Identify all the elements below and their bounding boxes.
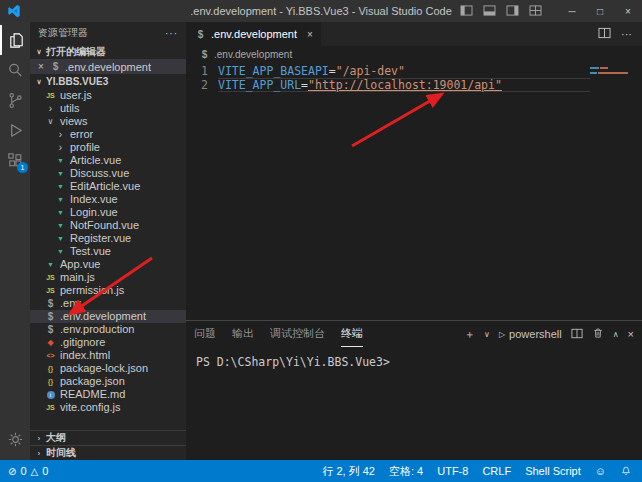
encoding[interactable]: UTF-8 (437, 465, 468, 477)
tree-item[interactable]: .gitignore (30, 336, 186, 349)
tree-item[interactable]: package.json (30, 375, 186, 388)
eol-sequence[interactable]: CRLF (482, 465, 511, 477)
tree-item[interactable]: Login.vue (30, 206, 186, 219)
code-line[interactable]: 2 VITE_APP_URL="http://localhost:19001/a… (186, 78, 642, 92)
js-icon (44, 89, 57, 102)
toggle-sidebar-icon[interactable] (460, 5, 473, 18)
shell-icon (194, 28, 207, 41)
editor-tab[interactable]: .env.development × (186, 22, 322, 46)
close-panel-icon[interactable]: × (628, 328, 634, 340)
md-icon (44, 388, 57, 401)
activity-explorer-button[interactable] (0, 25, 30, 55)
status-bar: ⊘ 0 △ 0 行 2, 列 42 空格: 4 UTF-8 CRLF Shell… (0, 460, 642, 482)
cursor-position[interactable]: 行 2, 列 42 (322, 464, 375, 479)
tree-item[interactable]: views (30, 115, 186, 128)
tree-item[interactable]: Discuss.vue (30, 167, 186, 180)
activity-run-debug-button[interactable] (0, 115, 30, 145)
feedback-smiley-icon[interactable]: ☺ (595, 465, 606, 477)
new-terminal-icon[interactable]: ＋ (464, 327, 475, 342)
tree-item[interactable]: utils (30, 102, 186, 115)
project-root-header[interactable]: ∨ YI.BBS.VUE3 (30, 74, 186, 89)
tree-item[interactable]: .env (30, 297, 186, 310)
language-mode[interactable]: Shell Script (525, 465, 581, 477)
tree-item[interactable]: package-lock.json (30, 362, 186, 375)
tree-item[interactable]: user.js (30, 89, 186, 102)
notifications-bell-icon[interactable] (620, 464, 632, 478)
terminal-profile-picker[interactable]: ▷ powershell (499, 328, 562, 340)
editor-more-actions-icon[interactable]: ··· (621, 28, 632, 40)
json-icon (44, 375, 57, 388)
split-editor-icon[interactable] (598, 27, 611, 41)
editor-area: .env.development × ··· .env.development … (186, 22, 642, 460)
tree-item[interactable]: EditArticle.vue (30, 180, 186, 193)
window-title: .env.development - Yi.BBS.Vue3 - Visual … (190, 5, 452, 17)
extensions-badge: 1 (17, 162, 28, 173)
outline-section[interactable]: › 大纲 (30, 430, 186, 445)
kill-terminal-icon[interactable] (592, 327, 604, 341)
warnings-icon[interactable]: △ (31, 466, 39, 477)
panel-tab[interactable]: 问题 (194, 321, 216, 347)
terminal-dropdown-icon[interactable]: ∨ (484, 330, 490, 339)
toggle-secondary-sidebar-icon[interactable] (506, 5, 519, 18)
vscode-logo-icon (7, 4, 21, 18)
shell-icon (198, 48, 211, 61)
json-icon (44, 362, 57, 375)
panel-tab[interactable]: 调试控制台 (270, 321, 325, 347)
file-tree: user.js utils views error profile (30, 89, 186, 414)
errors-count[interactable]: 0 (20, 465, 26, 477)
toggle-panel-icon[interactable] (483, 5, 496, 18)
tree-item[interactable]: index.html (30, 349, 186, 362)
tree-item[interactable]: permission.js (30, 284, 186, 297)
tree-item[interactable]: NotFound.vue (30, 219, 186, 232)
tree-item[interactable]: Index.vue (30, 193, 186, 206)
close-window-button[interactable]: × (614, 0, 642, 22)
maximize-panel-icon[interactable]: ∧ (613, 330, 619, 339)
tree-item[interactable]: Test.vue (30, 245, 186, 258)
activity-search-button[interactable] (0, 55, 30, 85)
close-icon[interactable]: × (36, 61, 46, 72)
title-bar: .env.development - Yi.BBS.Vue3 - Visual … (0, 0, 642, 22)
chevron-down-icon: ∨ (34, 48, 44, 56)
tree-item[interactable]: Article.vue (30, 154, 186, 167)
terminal-output[interactable]: PS D:\CSharp\Yi\Yi.BBS.Vue3> (186, 347, 642, 460)
minimap[interactable] (590, 67, 636, 77)
sidebar-title: 资源管理器 (38, 26, 88, 40)
folder-closed-icon (54, 141, 67, 154)
tree-item[interactable]: .env.development (30, 310, 186, 323)
code-line[interactable]: 1 VITE_APP_BASEAPI="/api-dev" (186, 64, 642, 78)
breadcrumb[interactable]: .env.development (186, 46, 642, 62)
tree-item[interactable]: main.js (30, 271, 186, 284)
tree-item[interactable]: profile (30, 141, 186, 154)
activity-bar: 1 (0, 22, 30, 460)
close-tab-icon[interactable]: × (307, 29, 313, 40)
errors-icon[interactable]: ⊘ (8, 466, 16, 477)
warnings-count[interactable]: 0 (42, 465, 48, 477)
split-terminal-icon[interactable] (571, 328, 583, 341)
open-editor-item[interactable]: × .env.development (30, 59, 186, 74)
maximize-button[interactable]: □ (586, 0, 614, 22)
settings-gear-icon[interactable] (0, 424, 30, 454)
tree-item[interactable]: .env.production (30, 323, 186, 336)
indentation[interactable]: 空格: 4 (389, 464, 423, 479)
timeline-section[interactable]: › 时间线 (30, 445, 186, 460)
chevron-right-icon: › (34, 450, 44, 457)
tree-item[interactable]: vite.config.js (30, 401, 186, 414)
activity-extensions-button[interactable]: 1 (0, 145, 30, 175)
customize-layout-icon[interactable] (529, 5, 542, 18)
shell-icon (49, 60, 62, 73)
tree-item[interactable]: Register.vue (30, 232, 186, 245)
open-editors-header[interactable]: ∨ 打开的编辑器 (30, 44, 186, 59)
terminal-prompt: PS D:\CSharp\Yi\Yi.BBS.Vue3> (196, 355, 390, 369)
sidebar-more-actions-icon[interactable]: ··· (165, 28, 178, 39)
panel-tab[interactable]: 终端 (341, 321, 363, 347)
tree-item[interactable]: App.vue (30, 258, 186, 271)
js-icon (44, 401, 57, 414)
code-editor[interactable]: 1 VITE_APP_BASEAPI="/api-dev" 2 VITE_APP… (186, 62, 642, 320)
activity-source-control-button[interactable] (0, 85, 30, 115)
minimize-button[interactable]: ─ (558, 0, 586, 22)
panel-tab[interactable]: 输出 (232, 321, 254, 347)
tree-item[interactable]: README.md (30, 388, 186, 401)
bottom-panel: 问题输出调试控制台终端 ＋ ∨ ▷ powershell ∧ × (186, 320, 642, 460)
panel-header: 问题输出调试控制台终端 ＋ ∨ ▷ powershell ∧ × (186, 321, 642, 347)
tree-item[interactable]: error (30, 128, 186, 141)
